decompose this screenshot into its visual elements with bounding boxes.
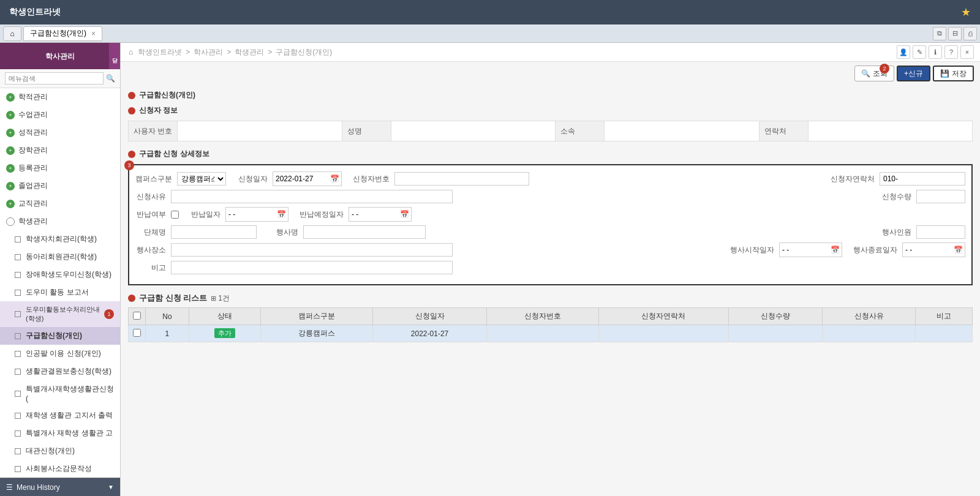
page-content: 구급함신청(개인) 신청자 정보 사용자 번호 성명 소속 연락처 [121,85,980,496]
sidebar-item-student-council[interactable]: 학생자치회관리(학생) [0,230,120,248]
copy-icon[interactable]: ⧉ [933,27,946,40]
sidebar-item-scholarship[interactable]: + 장학관리 [0,141,120,159]
sidebar-toggle[interactable]: 닫 [109,43,120,69]
col-no: No [146,308,189,325]
toolbar-badge: 2 [880,64,889,73]
calendar-icon[interactable]: 📅 [398,210,411,219]
event-start-input[interactable] [780,243,829,257]
sidebar-search-button[interactable]: 🔍 [106,74,115,83]
calendar-icon[interactable]: 📅 [952,246,965,254]
sidebar-item-welfare-notice[interactable]: 재학생 생활관 고지서 출력 [0,407,120,424]
breadcrumb-separator: > [227,48,231,56]
return-date-input[interactable] [226,208,275,221]
col-apply-no: 신청자번호 [487,308,599,325]
active-tab[interactable]: 구급함신청(개인) × [23,26,102,41]
sidebar-item-label: 특별개사 재학생 생활관 고 [26,428,114,438]
sidebar-item-emergency-apply[interactable]: 인공팔 이용 신청(개인) [0,345,120,363]
return-date-label: 반납일자 [190,209,221,220]
campus-label: 캠퍼스구분 [135,174,172,184]
sidebar-item-helper-report[interactable]: 도우미 활동 보고서 [0,284,120,301]
top-header: 학생인트라넷 ★ [0,0,980,24]
calendar-icon[interactable]: 📅 [829,246,842,254]
sidebar-item-helper-pay[interactable]: 도우미활동보수처리안내(학생) 1 [0,301,120,327]
return-checkbox[interactable] [171,211,179,219]
sidebar-footer[interactable]: ☰ Menu History ▼ [0,478,120,496]
sidebar-item-employment[interactable]: + 교직관리 [0,195,120,212]
rect-icon [15,351,21,357]
contact-input[interactable] [813,124,967,138]
help-icon[interactable]: ? [944,45,958,59]
event-place-input[interactable] [171,243,453,257]
return-plan-date-wrap: 📅 [349,207,412,222]
rect-icon [15,369,21,375]
sidebar-item-label: 사회봉사소감문작성 [26,464,114,474]
sidebar-item-label: 등록관리 [18,163,114,173]
sidebar-item-registration[interactable]: + 등록관리 [0,159,120,177]
calendar-icon[interactable]: 📅 [275,210,288,219]
col-status: 상태 [189,308,261,325]
applicant-info-table: 사용자 번호 성명 소속 연락처 [128,121,973,141]
event-count-label: 행사인원 [881,227,911,238]
sidebar-item-label: 장학관리 [18,145,114,156]
name-input[interactable] [396,124,550,138]
group-name-input[interactable] [171,225,257,239]
sidebar-item-label: 인공팔 이용 신청(개인) [26,348,114,359]
sidebar-item-social-service[interactable]: 사회봉사소감문작성 [0,460,120,478]
dept-input[interactable] [609,124,701,138]
menu-history-icon: ☰ [6,483,13,492]
print-icon[interactable]: ⎙ [963,27,977,40]
apply-no-input[interactable] [394,172,529,186]
new-button[interactable]: +신규 [897,66,930,81]
sidebar-item-label: 성적관리 [18,127,114,138]
bullet-icon: + [6,93,15,102]
apply-date-input[interactable] [273,172,328,186]
sidebar-header: 학사관리 닫 [0,43,120,69]
row-apply-date: 2022-01-27 [373,325,487,342]
sidebar-item-loan[interactable]: 대관신청(개인) [0,442,120,460]
sidebar-item-academics[interactable]: + 학적관리 [0,88,120,106]
user-icon[interactable]: 👤 [897,45,910,59]
sidebar-item-first-aid[interactable]: 구급함신청(개인) [0,327,120,345]
sidebar-item-label: 학생관리 [18,216,114,227]
info-icon[interactable]: ℹ [929,45,942,59]
group-name-label: 단체명 [135,227,166,238]
contact-detail-input[interactable] [880,172,965,186]
save-icon: 💾 [940,69,949,78]
home-tab[interactable]: ⌂ [3,26,21,41]
close-icon[interactable]: × [960,45,974,59]
split-icon[interactable]: ⊟ [948,27,962,40]
edit-icon[interactable]: ✎ [913,45,926,59]
reason-input[interactable] [171,190,453,203]
table-row[interactable]: 1 추가 강릉캠퍼스 2022-01-27 [129,325,973,342]
row-note [916,325,973,342]
sidebar-item-special-welfare[interactable]: 특별개사재학생생활관신청( [0,380,120,407]
sidebar-item-disabled-support[interactable]: 장애학생도우미신청(학생) [0,266,120,284]
event-count-input[interactable] [916,225,965,239]
save-button[interactable]: 💾 저장 [933,66,974,81]
sidebar-item-special-welfare2[interactable]: 특별개사 재학생 생활관 고 [0,424,120,442]
sidebar-item-grades[interactable]: + 성적관리 [0,124,120,141]
user-no-input[interactable] [183,124,336,138]
menu-badge: 1 [104,309,114,319]
event-end-input[interactable] [903,243,952,257]
count-input[interactable] [916,190,965,203]
rect-icon [15,333,21,339]
col-reason: 신청사유 [822,308,916,325]
sidebar-search-input[interactable] [5,72,104,85]
sidebar-item-club[interactable]: 동아리회원관리(학생) [0,248,120,266]
select-all-checkbox[interactable] [133,312,141,320]
sidebar-item-student[interactable]: 학생관리 [0,212,120,230]
sidebar-item-graduation[interactable]: + 졸업관리 [0,177,120,195]
calendar-icon[interactable]: 📅 [328,175,341,183]
bookmark-icon[interactable]: ★ [961,6,971,19]
note-input[interactable] [171,261,453,274]
sidebar: 학사관리 닫 🔍 + 학적관리 + 수업관리 + 성적관리 + 장학관리 [0,43,121,496]
apply-date-label: 신청일자 [237,174,268,184]
tab-close-icon[interactable]: × [91,29,96,38]
return-plan-date-input[interactable] [349,208,398,221]
sidebar-item-courses[interactable]: + 수업관리 [0,106,120,124]
sidebar-item-welfare[interactable]: 생활관결원보충신청(학생) [0,363,120,380]
campus-select[interactable]: 강릉캠퍼스 삼척캠퍼스 [177,172,226,186]
event-name-input[interactable] [303,225,426,239]
row-checkbox[interactable] [133,329,141,337]
